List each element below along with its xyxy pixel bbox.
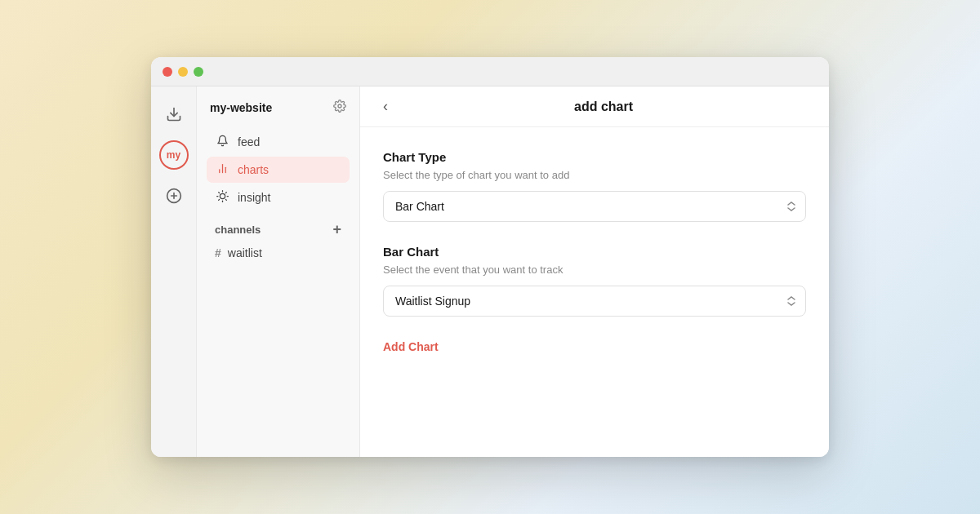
sidebar-item-label-charts: charts bbox=[238, 163, 269, 176]
svg-point-4 bbox=[338, 104, 341, 108]
chart-type-section: Chart Type Select the type of chart you … bbox=[383, 150, 806, 222]
sidebar-item-insight[interactable]: insight bbox=[207, 184, 350, 210]
sidebar-item-feed[interactable]: feed bbox=[207, 129, 350, 155]
event-select[interactable]: Waitlist Signup Page View Button Click bbox=[383, 286, 806, 317]
bar-chart-section: Bar Chart Select the event that you want… bbox=[383, 245, 806, 317]
channel-item-waitlist[interactable]: # waitlist bbox=[207, 241, 350, 264]
back-button[interactable]: ‹ bbox=[383, 98, 388, 115]
sidebar-item-charts[interactable]: charts bbox=[207, 157, 350, 183]
svg-point-8 bbox=[220, 193, 225, 198]
settings-icon[interactable] bbox=[333, 100, 346, 116]
chart-icon bbox=[215, 162, 229, 177]
traffic-lights bbox=[163, 67, 203, 77]
bar-chart-description: Select the event that you want to track bbox=[383, 264, 806, 276]
svg-line-11 bbox=[218, 193, 219, 193]
svg-line-12 bbox=[225, 199, 226, 200]
content-area: ‹ add chart Chart Type Select the type o… bbox=[360, 86, 829, 457]
maximize-button[interactable] bbox=[194, 67, 203, 77]
add-chart-button[interactable]: Add Chart bbox=[383, 340, 439, 353]
channels-section-header: channels + bbox=[207, 212, 350, 241]
download-icon[interactable] bbox=[159, 100, 189, 129]
title-bar bbox=[151, 57, 829, 86]
chart-type-description: Select the type of chart you want to add bbox=[383, 169, 806, 181]
icon-sidebar: my bbox=[151, 86, 197, 457]
add-channel-button[interactable]: + bbox=[332, 222, 341, 237]
page-title: add chart bbox=[401, 100, 806, 114]
lightbulb-icon bbox=[215, 190, 229, 205]
add-icon[interactable] bbox=[159, 181, 189, 210]
minimize-button[interactable] bbox=[178, 67, 188, 77]
app-window: my my-website bbox=[151, 57, 829, 457]
content-body: Chart Type Select the type of chart you … bbox=[360, 127, 829, 457]
bar-chart-title: Bar Chart bbox=[383, 245, 806, 259]
chart-type-title: Chart Type bbox=[383, 150, 806, 164]
avatar[interactable]: my bbox=[159, 140, 189, 170]
sidebar-item-label-feed: feed bbox=[238, 135, 260, 148]
workspace-name: my-website bbox=[210, 101, 272, 114]
chart-type-select-wrapper: Bar Chart Line Chart Pie Chart Area Char… bbox=[383, 191, 806, 222]
svg-line-16 bbox=[225, 193, 226, 193]
channel-label-waitlist: waitlist bbox=[228, 246, 262, 259]
event-select-wrapper: Waitlist Signup Page View Button Click bbox=[383, 286, 806, 317]
nav-sidebar: my-website feed bbox=[197, 86, 360, 457]
svg-line-15 bbox=[218, 199, 219, 200]
main-layout: my my-website bbox=[151, 86, 829, 457]
workspace-header: my-website bbox=[207, 100, 350, 116]
close-button[interactable] bbox=[163, 67, 172, 77]
sidebar-item-label-insight: insight bbox=[238, 191, 270, 204]
content-header: ‹ add chart bbox=[360, 86, 829, 127]
hash-icon: # bbox=[215, 246, 221, 259]
channels-label: channels bbox=[215, 224, 261, 236]
bell-icon bbox=[215, 135, 229, 149]
chart-type-select[interactable]: Bar Chart Line Chart Pie Chart Area Char… bbox=[383, 191, 806, 222]
